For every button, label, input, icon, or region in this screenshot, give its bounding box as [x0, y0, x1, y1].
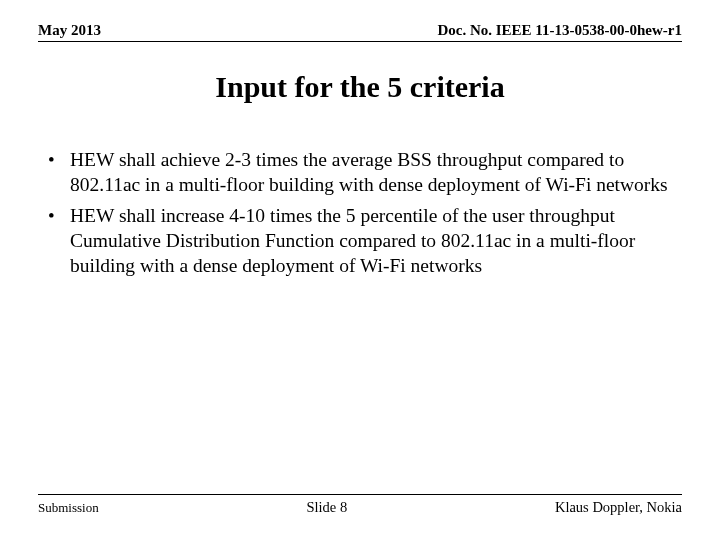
- footer-left: Submission: [38, 500, 99, 516]
- bullet-list: HEW shall achieve 2-3 times the average …: [46, 148, 674, 279]
- footer-author: Klaus Doppler, Nokia: [555, 499, 682, 516]
- header-date: May 2013: [38, 22, 101, 39]
- slide-footer: Submission Slide 8 Klaus Doppler, Nokia: [0, 494, 720, 516]
- list-item: HEW shall increase 4-10 times the 5 perc…: [46, 204, 674, 279]
- footer-divider: [38, 494, 682, 495]
- list-item: HEW shall achieve 2-3 times the average …: [46, 148, 674, 198]
- header-doc-number: Doc. No. IEEE 11-13-0538-00-0hew-r1: [437, 22, 682, 39]
- slide-number: Slide 8: [99, 499, 555, 516]
- header-divider: [38, 41, 682, 42]
- footer-row: Submission Slide 8 Klaus Doppler, Nokia: [38, 499, 682, 516]
- slide-title: Input for the 5 criteria: [0, 70, 720, 104]
- slide-body: HEW shall achieve 2-3 times the average …: [46, 148, 674, 279]
- slide-header: May 2013 Doc. No. IEEE 11-13-0538-00-0he…: [0, 0, 720, 39]
